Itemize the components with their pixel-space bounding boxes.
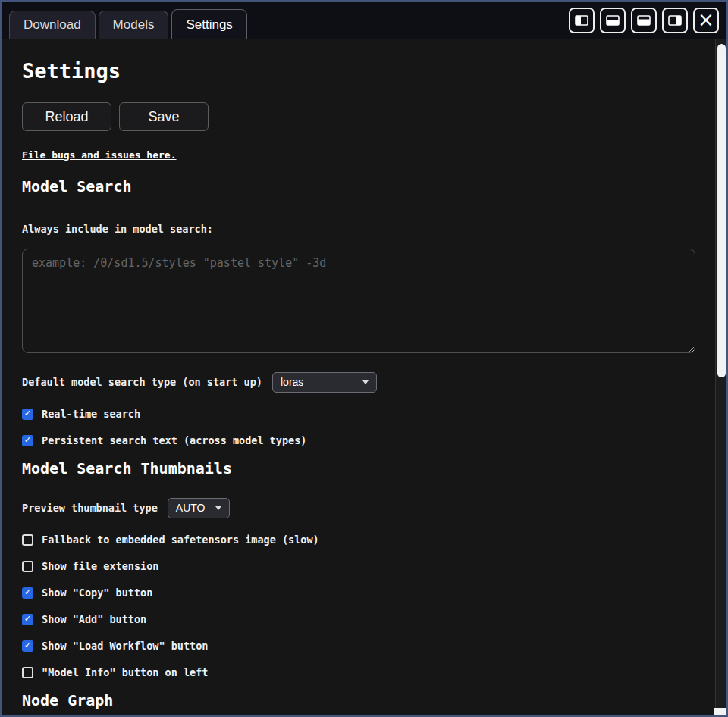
dock-left-button[interactable]	[569, 8, 595, 33]
realtime-search-checkbox[interactable]	[22, 409, 33, 420]
show-copy-button-label: Show "Copy" button	[42, 587, 152, 599]
show-file-extension-label: Show file extension	[42, 560, 158, 572]
scrollbar-thumb[interactable]	[717, 44, 726, 377]
tab-download[interactable]: Download	[9, 11, 96, 39]
close-icon: ×	[698, 10, 714, 30]
fallback-safetensors-checkbox[interactable]	[22, 534, 33, 546]
dock-right-button[interactable]	[662, 8, 688, 33]
model-manager-window: Download Models Settings	[0, 0, 728, 717]
node-graph-heading: Node Graph	[22, 691, 695, 709]
fallback-safetensors-label: Fallback to embedded safetensors image (…	[42, 534, 319, 546]
show-load-workflow-label: Show "Load Workflow" button	[42, 640, 208, 652]
file-bugs-link[interactable]: File bugs and issues here.	[22, 149, 177, 161]
close-button[interactable]: ×	[693, 8, 719, 33]
thumbnails-heading: Model Search Thumbnails	[22, 459, 695, 477]
top-tab-bar: Download Models Settings	[2, 2, 726, 39]
panel-left-icon	[575, 15, 588, 26]
show-load-workflow-checkbox[interactable]	[22, 640, 33, 652]
show-file-extension-checkbox[interactable]	[22, 561, 33, 572]
tab-settings[interactable]: Settings	[171, 9, 246, 39]
always-include-textarea[interactable]	[22, 249, 695, 353]
chevron-down-icon	[362, 380, 369, 384]
panel-right-icon	[668, 15, 682, 26]
preview-thumbnail-type-row: Preview thumbnail type AUTO	[22, 497, 695, 518]
show-add-button-checkbox[interactable]	[22, 614, 33, 625]
fallback-safetensors-row[interactable]: Fallback to embedded safetensors image (…	[22, 532, 695, 547]
show-add-button-row[interactable]: Show "Add" button	[22, 612, 695, 627]
dock-bottom-button[interactable]	[600, 8, 626, 33]
model-info-left-row[interactable]: "Model Info" button on left	[22, 665, 695, 680]
tab-strip: Download Models Settings	[9, 9, 247, 39]
model-info-left-checkbox[interactable]	[22, 667, 33, 678]
reload-button[interactable]: Reload	[22, 102, 111, 131]
preview-thumbnail-type-select[interactable]: AUTO	[168, 498, 231, 518]
window-controls: ×	[569, 8, 719, 33]
tab-models[interactable]: Models	[99, 11, 169, 39]
realtime-search-label: Real-time search	[42, 408, 140, 420]
vertical-scrollbar[interactable]	[715, 39, 726, 715]
model-search-heading: Model Search	[22, 177, 695, 196]
scrollbar-corner	[714, 708, 726, 715]
page-title: Settings	[22, 59, 695, 83]
default-search-type-row: Default model search type (on start up) …	[22, 371, 695, 393]
panel-bottom-icon	[606, 15, 620, 26]
dock-bottom-wide-button[interactable]	[631, 8, 657, 33]
preview-thumbnail-type-value: AUTO	[176, 502, 206, 514]
model-info-left-label: "Model Info" button on left	[42, 666, 208, 678]
persistent-search-row[interactable]: Persistent search text (across model typ…	[22, 433, 695, 448]
panel-bottom-wide-icon	[637, 15, 651, 26]
show-add-button-label: Show "Add" button	[42, 613, 146, 625]
chevron-down-icon	[215, 506, 221, 510]
always-include-label: Always include in model search:	[22, 223, 695, 235]
show-copy-button-row[interactable]: Show "Copy" button	[22, 585, 695, 600]
default-search-type-value: loras	[281, 376, 303, 388]
default-search-type-select[interactable]: loras	[272, 372, 377, 393]
persistent-search-label: Persistent search text (across model typ…	[42, 434, 307, 446]
default-search-type-label: Default model search type (on start up)	[22, 376, 262, 388]
realtime-search-row[interactable]: Real-time search	[22, 406, 695, 421]
show-copy-button-checkbox[interactable]	[22, 587, 33, 599]
show-file-extension-row[interactable]: Show file extension	[22, 559, 695, 574]
action-button-row: Reload Save	[22, 102, 695, 131]
save-button[interactable]: Save	[119, 102, 209, 131]
settings-panel: Settings Reload Save File bugs and issue…	[2, 39, 715, 715]
persistent-search-checkbox[interactable]	[22, 435, 33, 446]
show-load-workflow-row[interactable]: Show "Load Workflow" button	[22, 638, 695, 653]
preview-thumbnail-type-label: Preview thumbnail type	[22, 502, 158, 514]
